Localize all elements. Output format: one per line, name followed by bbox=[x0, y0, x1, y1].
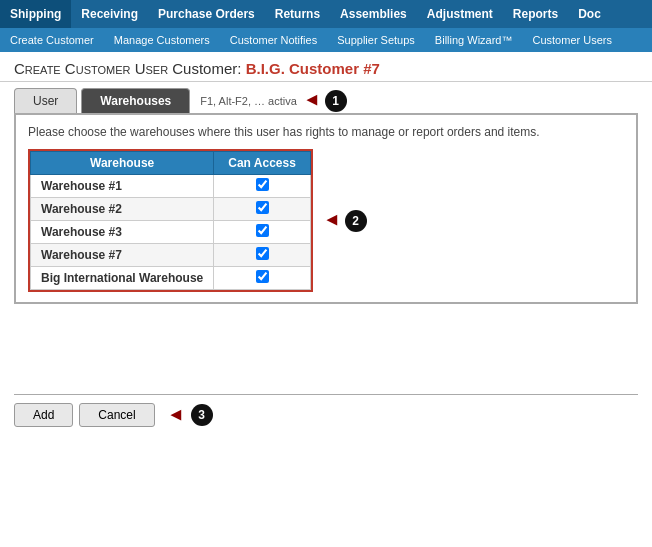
subnav-billing-wizard[interactable]: Billing Wizard™ bbox=[425, 28, 523, 52]
main-content: Please choose the warehouses where this … bbox=[14, 113, 638, 304]
warehouse-checkbox[interactable] bbox=[256, 224, 269, 237]
nav-receiving[interactable]: Receiving bbox=[71, 0, 148, 28]
subnav-customer-notifies[interactable]: Customer Notifies bbox=[220, 28, 327, 52]
description-text: Please choose the warehouses where this … bbox=[28, 125, 624, 139]
warehouse-name-cell: Warehouse #3 bbox=[31, 221, 214, 244]
annotation-2: 2 bbox=[345, 210, 367, 232]
cancel-button[interactable]: Cancel bbox=[79, 403, 154, 427]
nav-returns[interactable]: Returns bbox=[265, 0, 330, 28]
subnav-customer-users[interactable]: Customer Users bbox=[523, 28, 622, 52]
warehouse-name-cell: Warehouse #1 bbox=[31, 175, 214, 198]
col-can-access: Can Access bbox=[214, 152, 311, 175]
subnav-create-customer[interactable]: Create Customer bbox=[0, 28, 104, 52]
table-row: Warehouse #7 bbox=[31, 244, 311, 267]
page-title-label: Create Customer User bbox=[14, 60, 168, 77]
customer-name: B.I.G. Customer #7 bbox=[246, 60, 380, 77]
subnav-manage-customers[interactable]: Manage Customers bbox=[104, 28, 220, 52]
nav-adjustment[interactable]: Adjustment bbox=[417, 0, 503, 28]
nav-reports[interactable]: Reports bbox=[503, 0, 568, 28]
nav-shipping[interactable]: Shipping bbox=[0, 0, 71, 28]
warehouse-checkbox[interactable] bbox=[256, 270, 269, 283]
nav-doc[interactable]: Doc bbox=[568, 0, 611, 28]
warehouse-checkbox[interactable] bbox=[256, 201, 269, 214]
can-access-cell[interactable] bbox=[214, 175, 311, 198]
annotation-3: 3 bbox=[191, 404, 213, 426]
can-access-cell[interactable] bbox=[214, 244, 311, 267]
add-button[interactable]: Add bbox=[14, 403, 73, 427]
warehouse-table: Warehouse Can Access Warehouse #1Warehou… bbox=[30, 151, 311, 290]
tab-warehouses[interactable]: Warehouses bbox=[81, 88, 190, 113]
warehouse-name-cell: Warehouse #2 bbox=[31, 198, 214, 221]
warehouse-checkbox[interactable] bbox=[256, 178, 269, 191]
page-title-bar: Create Customer User Customer: B.I.G. Cu… bbox=[0, 52, 652, 82]
warehouse-name-cell: Big International Warehouse bbox=[31, 267, 214, 290]
can-access-cell[interactable] bbox=[214, 267, 311, 290]
warehouse-table-wrapper: Warehouse Can Access Warehouse #1Warehou… bbox=[28, 149, 313, 292]
annotation-1: 1 bbox=[325, 90, 347, 112]
table-row: Big International Warehouse bbox=[31, 267, 311, 290]
nav-assemblies[interactable]: Assemblies bbox=[330, 0, 417, 28]
can-access-cell[interactable] bbox=[214, 221, 311, 244]
table-row: Warehouse #2 bbox=[31, 198, 311, 221]
annotation-arrow-2: ► bbox=[323, 210, 341, 231]
warehouse-name-cell: Warehouse #7 bbox=[31, 244, 214, 267]
warehouse-checkbox[interactable] bbox=[256, 247, 269, 260]
annotation-arrow-1: ► bbox=[303, 90, 321, 111]
table-row: Warehouse #1 bbox=[31, 175, 311, 198]
top-nav: Shipping Receiving Purchase Orders Retur… bbox=[0, 0, 652, 28]
tab-user[interactable]: User bbox=[14, 88, 77, 113]
tab-note: F1, Alt-F2, … activa bbox=[200, 95, 297, 107]
col-warehouse: Warehouse bbox=[31, 152, 214, 175]
table-row: Warehouse #3 bbox=[31, 221, 311, 244]
subnav-supplier-setups[interactable]: Supplier Setups bbox=[327, 28, 425, 52]
annotation-arrow-3: ► bbox=[167, 405, 185, 426]
can-access-cell[interactable] bbox=[214, 198, 311, 221]
nav-purchase-orders[interactable]: Purchase Orders bbox=[148, 0, 265, 28]
sub-nav: Create Customer Manage Customers Custome… bbox=[0, 28, 652, 52]
customer-prefix: Customer: bbox=[172, 60, 245, 77]
